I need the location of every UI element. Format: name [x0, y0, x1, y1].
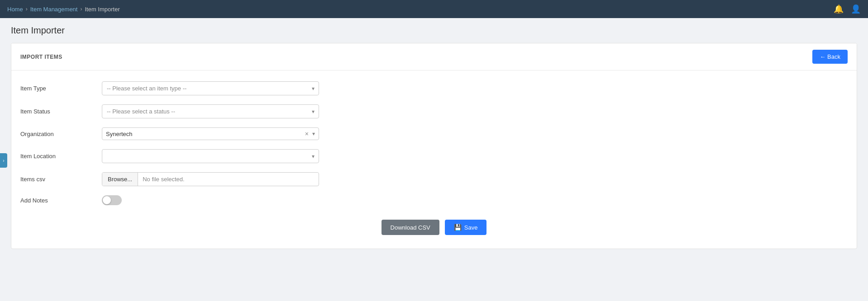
item-status-select[interactable]: -- Please select a status -- — [102, 104, 319, 118]
save-icon: 💾 — [454, 224, 462, 231]
add-notes-label: Add Notes — [20, 197, 102, 204]
topbar-icons: 🔔 👤 — [834, 4, 861, 14]
back-button[interactable]: ← Back — [812, 50, 848, 64]
items-csv-control: Browse... No file selected. — [102, 172, 319, 186]
organization-control: Synertech × ▾ — [102, 127, 319, 140]
breadcrumb-sep-1: › — [26, 6, 28, 12]
user-icon[interactable]: 👤 — [851, 4, 861, 14]
item-status-label: Item Status — [20, 108, 102, 115]
item-status-row: Item Status -- Please select a status --… — [20, 104, 848, 118]
organization-row: Organization Synertech × ▾ — [20, 127, 848, 140]
item-location-label: Item Location — [20, 153, 102, 160]
card-header: IMPORT ITEMS ← Back — [11, 43, 857, 71]
breadcrumb-home[interactable]: Home — [7, 6, 23, 13]
organization-select-wrapper[interactable]: Synertech × ▾ — [102, 127, 319, 140]
organization-value: Synertech — [106, 131, 304, 137]
toggle-track — [102, 195, 122, 205]
browse-button[interactable]: Browse... — [102, 173, 138, 186]
items-csv-row: Items csv Browse... No file selected. — [20, 172, 848, 186]
card-body: Item Type -- Please select an item type … — [11, 71, 857, 249]
add-notes-toggle[interactable] — [102, 195, 122, 205]
save-button[interactable]: 💾 Save — [445, 220, 487, 235]
breadcrumb: Home › Item Management › Item Importer — [7, 6, 120, 13]
save-label: Save — [464, 224, 478, 231]
organization-clear-icon[interactable]: × — [304, 130, 310, 137]
breadcrumb-current: Item Importer — [85, 6, 119, 13]
add-notes-control — [102, 195, 319, 205]
item-type-control: -- Please select an item type -- ▾ — [102, 81, 319, 95]
form-actions: Download CSV 💾 Save — [20, 220, 848, 235]
organization-label: Organization — [20, 131, 102, 137]
main-card: IMPORT ITEMS ← Back Item Type -- Please … — [11, 43, 857, 249]
item-type-row: Item Type -- Please select an item type … — [20, 81, 848, 95]
items-csv-label: Items csv — [20, 176, 102, 183]
download-csv-button[interactable]: Download CSV — [382, 220, 439, 235]
file-name-display: No file selected. — [138, 173, 189, 186]
page-title: Item Importer — [11, 25, 857, 36]
item-location-select[interactable] — [102, 149, 319, 163]
item-type-select-wrapper: -- Please select an item type -- ▾ — [102, 81, 319, 95]
item-location-select-wrapper: ▾ — [102, 149, 319, 163]
item-status-control: -- Please select a status -- ▾ — [102, 104, 319, 118]
sidebar-toggle[interactable]: › — [0, 153, 7, 168]
breadcrumb-item-management[interactable]: Item Management — [30, 6, 78, 13]
item-type-label: Item Type — [20, 85, 102, 92]
item-location-control: ▾ — [102, 149, 319, 163]
add-notes-row: Add Notes — [20, 195, 848, 205]
page-container: Item Importer IMPORT ITEMS ← Back Item T… — [0, 18, 868, 256]
card-header-title: IMPORT ITEMS — [20, 54, 62, 60]
toggle-thumb — [103, 196, 111, 204]
item-type-select[interactable]: -- Please select an item type -- — [102, 81, 319, 95]
file-input-wrapper: Browse... No file selected. — [102, 172, 319, 186]
notification-icon[interactable]: 🔔 — [834, 4, 844, 14]
breadcrumb-sep-2: › — [80, 6, 82, 12]
item-location-row: Item Location ▾ — [20, 149, 848, 163]
item-status-select-wrapper: -- Please select a status -- ▾ — [102, 104, 319, 118]
topbar: Home › Item Management › Item Importer 🔔… — [0, 0, 868, 18]
organization-arrow-icon[interactable]: ▾ — [312, 131, 315, 137]
